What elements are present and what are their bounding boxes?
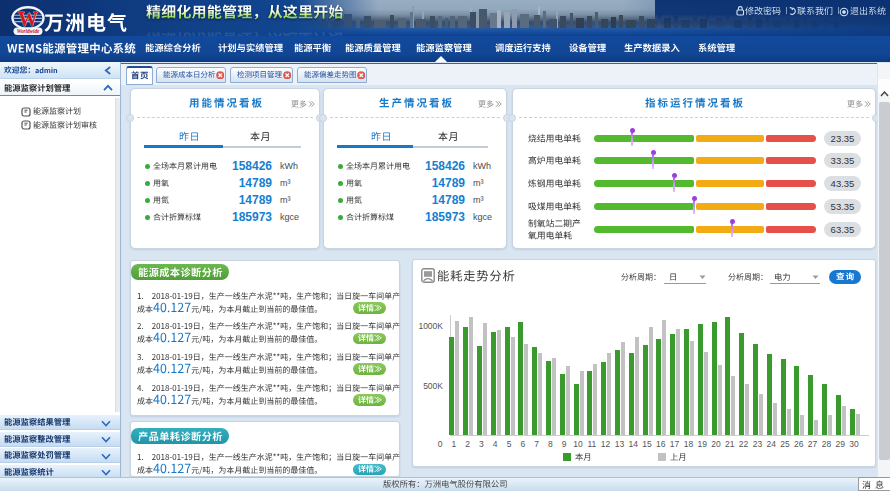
svg-text:W: W	[18, 8, 38, 30]
svg-text:Worldwide: Worldwide	[17, 28, 40, 34]
